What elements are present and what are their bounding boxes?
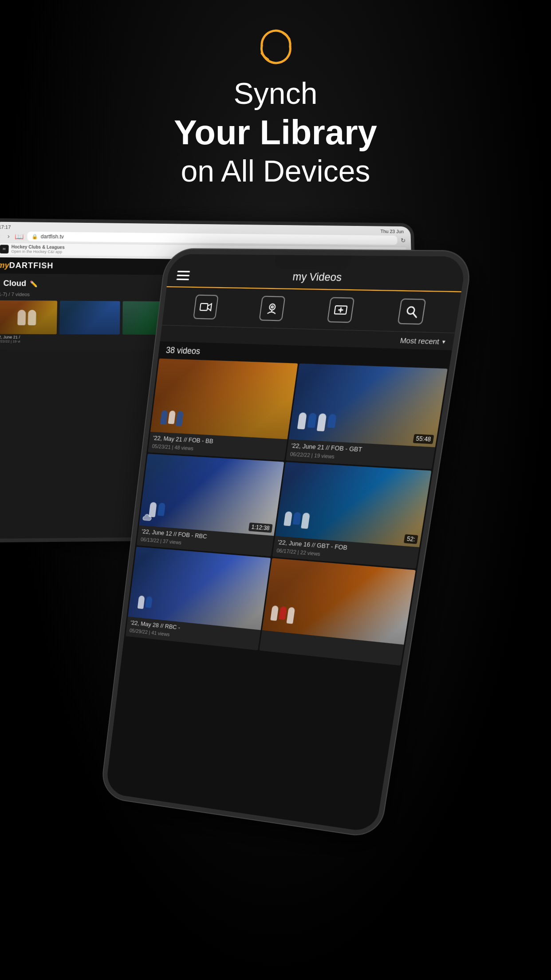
sort-arrow-icon[interactable]: ▾ (442, 338, 446, 345)
svg-point-2 (271, 306, 273, 308)
tablet-video-title-1: '22, June 21 / (0, 335, 57, 340)
video-thumbnail-6 (262, 558, 416, 644)
tablet-video-meta-1: 06/22/22 | 19 vi (0, 340, 56, 344)
duration-badge-3: 1:12:38 (248, 522, 272, 533)
video-camera-icon (198, 300, 213, 314)
search-button[interactable] (397, 298, 426, 324)
list-item[interactable]: '22, May 21 // FOB - BB 05/23/21 | 48 vi… (148, 359, 298, 461)
svg-rect-0 (200, 304, 208, 311)
tablet-edit-icon[interactable]: ✏️ (30, 280, 37, 287)
video-thumbnail-1 (150, 359, 298, 439)
logo-my: my (0, 261, 9, 270)
webcam-button[interactable] (259, 296, 285, 321)
list-item[interactable]: 1:12:38 '22, June 12 // (137, 454, 284, 556)
video-thumbnail-3: 1:12:38 (139, 454, 284, 536)
sync-icon (256, 27, 295, 67)
list-item[interactable] (259, 558, 416, 665)
tablet-logo: myDARTFISH (0, 261, 54, 271)
headline-line3: on All Devices (174, 153, 377, 190)
svg-line-3 (272, 310, 272, 312)
headline-line2: Your Library (174, 112, 377, 154)
phone-screen-title: my Videos (189, 269, 454, 286)
tablet-date: Thu 23 Jun (380, 229, 404, 234)
tablet-video-meta-2 (59, 335, 120, 336)
tablet-url-bar[interactable]: 🔒 dartfish.tv (28, 232, 398, 245)
svg-point-1 (269, 304, 275, 310)
duration-badge-4: 52: (404, 534, 418, 544)
list-item[interactable]: 52: '22, June 16 // GBT - FOB 06/17/22 |… (272, 462, 431, 569)
tablet-time: 17:17 (0, 225, 11, 230)
tablet-reader-icon[interactable]: 📖 (15, 232, 24, 241)
video-thumbnail-4: 52: (275, 462, 432, 547)
table-row: '22, June 21 / 06/22/22 | 19 vi (0, 300, 57, 344)
video-camera-button[interactable] (193, 295, 219, 320)
hero-section: Synch Your Library on All Devices (0, 27, 551, 190)
headline-line1: Synch (174, 75, 377, 112)
tablet-url: dartfish.tv (41, 233, 64, 240)
tablet-video-title-2 (59, 335, 120, 336)
tablet-back-btn[interactable]: ‹ (0, 232, 2, 241)
headline: Synch Your Library on All Devices (174, 75, 377, 190)
phone-video-grid: '22, May 21 // FOB - BB 05/23/21 | 48 vi… (124, 357, 449, 667)
video-thumbnail-2: 55:48 (288, 364, 448, 447)
webcam-icon (264, 301, 279, 316)
table-row (59, 301, 120, 345)
tablet-app-icon: H (0, 245, 9, 253)
tablet-cloud-title: Cloud (3, 279, 26, 288)
tablet-reload-btn[interactable]: ↻ (401, 237, 406, 244)
hamburger-menu[interactable] (177, 270, 190, 280)
phone-notch (274, 255, 352, 270)
add-video-button[interactable] (327, 297, 354, 323)
tablet-video-thumb-1[interactable] (0, 300, 57, 334)
logo-dartfish: DARTFISH (9, 261, 53, 270)
video-thumbnail-5 (128, 547, 271, 630)
search-icon (403, 304, 419, 319)
tablet-video-thumb-2[interactable] (59, 301, 120, 335)
sort-label: Most recent (400, 336, 440, 346)
svg-line-8 (412, 313, 417, 317)
list-item[interactable]: '22, May 28 // RBC - 05/29/22 | 41 views (126, 547, 271, 650)
duration-badge-2: 55:48 (413, 434, 434, 444)
list-item[interactable]: 55:48 '22, June 21 // FOB - GBT 06/22/22… (286, 364, 448, 469)
tablet-app-sub: Open in the Hockey C&I app (11, 249, 64, 254)
tablet-forward-btn[interactable]: › (6, 232, 12, 241)
plus-icon (333, 303, 348, 317)
